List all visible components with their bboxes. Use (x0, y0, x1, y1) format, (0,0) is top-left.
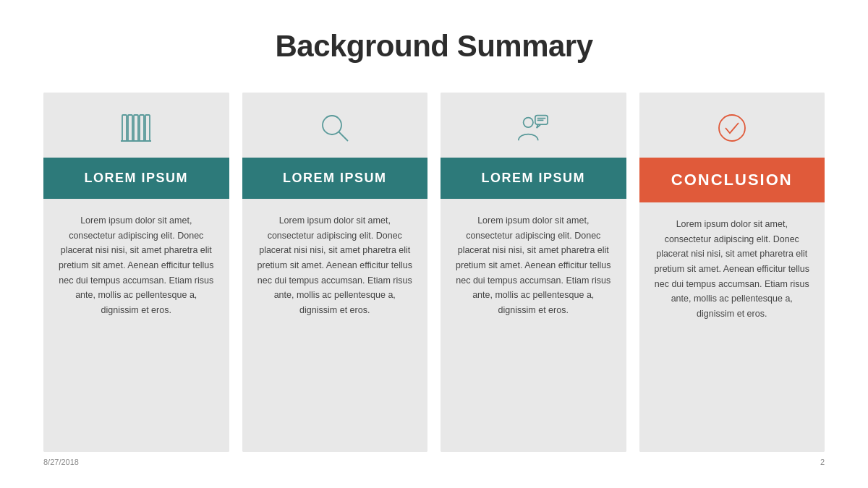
card-2-label: LOREM IPSUM (242, 158, 428, 199)
slide: Background Summary LOREM IPSUM (0, 0, 868, 488)
card-3-body: Lorem ipsum dolor sit amet, consectetur … (441, 199, 626, 452)
checkmark-circle-icon (715, 111, 749, 145)
card-4-conclusion: CONCLUSION Lorem ipsum dolor sit amet, c… (639, 93, 825, 452)
svg-point-12 (719, 115, 745, 141)
card-1-label: LOREM IPSUM (43, 158, 229, 199)
cards-row: LOREM IPSUM Lorem ipsum dolor sit amet, … (43, 93, 825, 452)
svg-line-7 (339, 132, 348, 141)
chat-person-icon (516, 111, 550, 145)
card-1-body: Lorem ipsum dolor sit amet, consectetur … (43, 199, 229, 452)
card-1: LOREM IPSUM Lorem ipsum dolor sit amet, … (43, 93, 229, 452)
svg-rect-0 (122, 115, 127, 141)
card-2-body: Lorem ipsum dolor sit amet, consectetur … (242, 199, 428, 452)
svg-rect-4 (145, 115, 150, 141)
svg-rect-3 (140, 115, 144, 141)
slide-title: Background Summary (275, 29, 592, 64)
footer-page: 2 (820, 458, 825, 466)
svg-rect-2 (134, 115, 138, 141)
card-1-top (43, 93, 229, 158)
search-icon (318, 111, 352, 145)
card-2: LOREM IPSUM Lorem ipsum dolor sit amet, … (242, 93, 428, 452)
slide-footer: 8/27/2018 2 (43, 452, 825, 466)
footer-date: 8/27/2018 (43, 458, 79, 466)
svg-point-8 (524, 118, 533, 127)
card-3-top (441, 93, 626, 158)
card-4-label: CONCLUSION (639, 158, 825, 202)
card-3-label: LOREM IPSUM (441, 158, 626, 199)
card-2-top (242, 93, 428, 158)
card-4-body: Lorem ipsum dolor sit amet, consectetur … (639, 202, 825, 452)
card-4-top (639, 93, 825, 158)
card-3: LOREM IPSUM Lorem ipsum dolor sit amet, … (441, 93, 626, 452)
books-icon (119, 111, 153, 145)
svg-rect-1 (128, 115, 132, 141)
